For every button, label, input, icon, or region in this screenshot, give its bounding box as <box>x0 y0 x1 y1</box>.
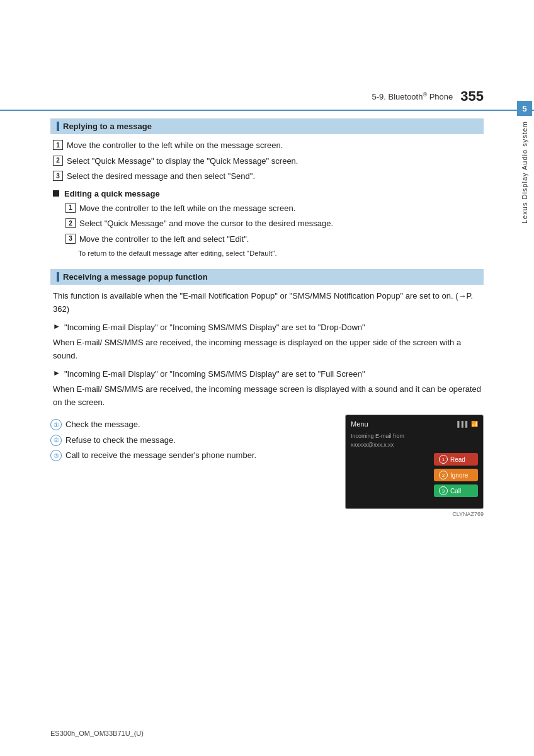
edit-step-number-2: 2 <box>65 218 76 228</box>
editing-subsection-title: Editing a quick message <box>64 189 160 198</box>
reply-step-1-text: Move the controller to the left while on… <box>67 139 484 152</box>
editing-steps: 1 Move the controller to the left while … <box>50 202 484 246</box>
circled-item-3: ③ Call to receive the message sender's p… <box>50 449 335 462</box>
receiving-section-title: Receiving a message popup function <box>59 272 208 282</box>
edit-step-2: 2 Select "Quick Message" and move the cu… <box>63 217 484 230</box>
arrow-item-1: ► "Incoming E-mail Display" or "Incoming… <box>50 321 484 334</box>
header-title: 5-9. Bluetooth® Phone <box>372 91 453 101</box>
editing-subsection-header: Editing a quick message <box>50 189 484 198</box>
replying-section-header: Replying to a message <box>50 118 484 134</box>
right-sidebar: 5 Lexus Display Audio system <box>515 101 534 479</box>
receiving-para1: This function is available when the "E-m… <box>50 290 484 316</box>
content-with-image: ① Check the message. ② Refuse to check t… <box>50 415 484 517</box>
mock-btn-num-3: 3 <box>439 486 448 495</box>
mock-caption: CLYNAZ769 <box>345 511 484 517</box>
arrow1-text: "Incoming E-mail Display" or "Incoming S… <box>64 321 365 334</box>
mock-from-label: Incoming E-mail from <box>351 433 478 439</box>
arrow-bullet-2: ► <box>53 369 60 377</box>
arrow-item-2: ► "Incoming E-mail Display" or "Incoming… <box>50 368 484 381</box>
step-number-2: 2 <box>53 156 63 166</box>
circled-item-2: ② Refuse to check the message. <box>50 434 335 447</box>
header-section-text: 5-9. Bluetooth <box>372 92 423 101</box>
header-section-suffix: Phone <box>427 92 453 101</box>
mock-screen: Menu ▌▌▌ 📶 Incoming E-mail from xxxxxx@x… <box>345 415 484 509</box>
circle-num-3: ③ <box>50 450 62 461</box>
mock-ignore-label: Ignore <box>450 472 468 479</box>
reply-step-1: 1 Move the controller to the left while … <box>50 139 484 152</box>
mock-signal-icons: ▌▌▌ 📶 <box>457 421 478 427</box>
edit-step-1: 1 Move the controller to the left while … <box>63 202 484 215</box>
edit-step-3-text: Move the controller to the left and sele… <box>79 233 484 246</box>
step-number-1: 1 <box>53 140 63 150</box>
reply-step-2-text: Select "Quick Message" to display the "Q… <box>67 155 484 168</box>
circled-items-list: ① Check the message. ② Refuse to check t… <box>50 418 335 462</box>
edit-step-number-1: 1 <box>65 203 76 213</box>
circled-item-1: ① Check the message. <box>50 418 335 431</box>
edit-step-1-text: Move the controller to the left while on… <box>79 202 484 215</box>
reply-step-3: 3 Select the desired message and then se… <box>50 170 484 183</box>
receiving-para3: When E-mail/ SMS/MMS are received, the i… <box>50 383 484 410</box>
mock-call-button: 3 Call <box>434 484 478 497</box>
circled-item-1-text: Check the message. <box>65 418 140 431</box>
edit-step-2-text: Select "Quick Message" and move the curs… <box>79 217 484 230</box>
reply-step-3-text: Select the desired message and then sele… <box>67 170 484 183</box>
mock-screen-header: Menu ▌▌▌ 📶 <box>351 420 478 428</box>
mock-read-label: Read <box>450 456 465 463</box>
mock-btn-num-1: 1 <box>439 455 448 464</box>
receiving-section-header: Receiving a message popup function <box>50 269 484 285</box>
mock-btn-num-2: 2 <box>439 471 448 479</box>
circled-item-3-text: Call to receive the message sender's pho… <box>65 449 256 462</box>
footer: ES300h_OM_OM33B71U_(U) <box>50 730 144 737</box>
sidebar-text: Lexus Display Audio system <box>521 121 528 224</box>
left-content: ① Check the message. ② Refuse to check t… <box>50 415 335 462</box>
mock-ignore-button: 2 Ignore <box>434 469 478 481</box>
edit-step-number-3: 3 <box>65 234 76 244</box>
circle-num-1: ① <box>50 419 62 430</box>
circle-num-2: ② <box>50 435 62 446</box>
arrow2-text: "Incoming E-mail Display" or "Incoming S… <box>64 368 365 381</box>
mock-email-address: xxxxxx@xxx.x.xx <box>351 442 478 448</box>
edit-step-3: 3 Move the controller to the left and se… <box>63 233 484 246</box>
page-container: 5-9. Bluetooth® Phone 355 Replying to a … <box>0 0 534 756</box>
mock-menu-label: Menu <box>351 420 368 428</box>
editing-note: To return to the default message after e… <box>50 248 484 259</box>
step-number-3: 3 <box>53 171 63 181</box>
black-square-icon <box>53 190 59 197</box>
replying-section-title: Replying to a message <box>59 122 152 131</box>
circled-item-2-text: Refuse to check the message. <box>65 434 176 447</box>
receiving-para2: When E-mail/ SMS/MMS are received, the i… <box>50 336 484 363</box>
main-content: Replying to a message 1 Move the control… <box>0 118 534 517</box>
sidebar-number: 5 <box>517 101 532 116</box>
mock-screen-container: Menu ▌▌▌ 📶 Incoming E-mail from xxxxxx@x… <box>345 415 484 517</box>
mock-call-label: Call <box>450 488 461 495</box>
mock-read-button: 1 Read <box>434 453 478 466</box>
page-number: 355 <box>460 88 484 105</box>
arrow-bullet-1: ► <box>53 322 60 331</box>
mock-buttons: 1 Read 2 Ignore 3 Call <box>434 453 478 497</box>
footer-text: ES300h_OM_OM33B71U_(U) <box>50 730 144 737</box>
page-header: 5-9. Bluetooth® Phone 355 <box>0 0 534 111</box>
reply-step-2: 2 Select "Quick Message" to display the … <box>50 155 484 168</box>
